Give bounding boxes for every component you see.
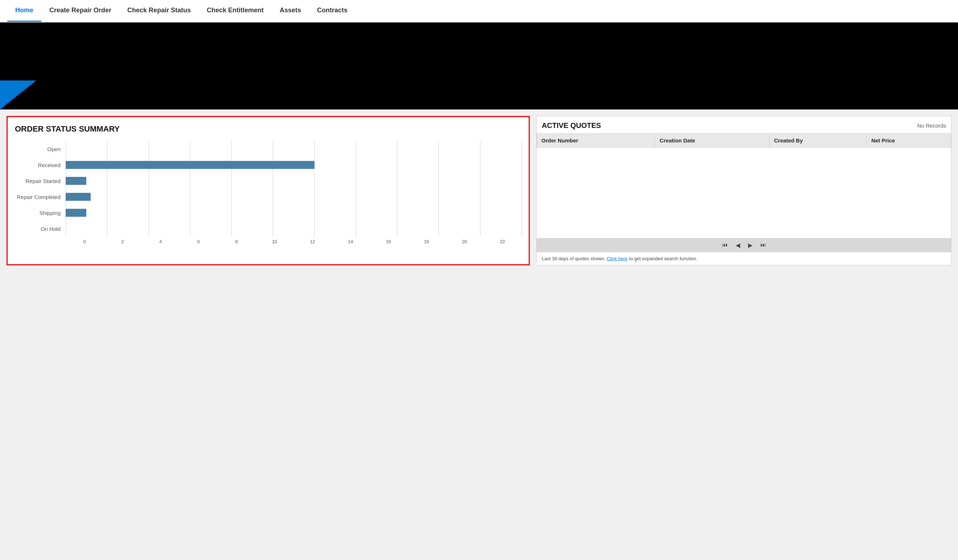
x-label-0: 0	[66, 239, 104, 244]
bar-row-on-hold	[66, 221, 522, 237]
chart-label-open: Open	[15, 141, 66, 157]
quotes-pagination: ⏮ ◀ ▶ ⏭	[537, 238, 951, 252]
nav-home[interactable]: Home	[7, 0, 41, 22]
quotes-footer-text-end: to get expanded search function.	[628, 256, 697, 261]
col-created-by: Created By	[769, 134, 867, 147]
chart-label-received: Received	[15, 157, 66, 173]
x-label-2: 2	[104, 239, 142, 244]
bar-row-received	[66, 157, 522, 173]
quotes-header: ACTIVE QUOTES No Records	[537, 116, 951, 133]
x-label-12: 12	[294, 239, 332, 244]
x-label-10: 10	[255, 239, 294, 244]
quotes-empty-body	[537, 147, 951, 238]
no-records-label: No Records	[917, 122, 946, 129]
x-label-8: 8	[217, 239, 255, 244]
quotes-footer-link[interactable]: Click here	[607, 256, 628, 261]
nav-check-repair-status[interactable]: Check Repair Status	[119, 0, 199, 22]
navigation: Home Create Repair Order Check Repair St…	[0, 0, 958, 22]
chart-label-repair-started: Repair Started	[15, 173, 66, 189]
chart-label-repair-completed: Repair Completed	[15, 189, 66, 205]
x-label-4: 4	[142, 239, 180, 244]
bar-row-open	[66, 141, 522, 157]
quotes-footer: Last 30 days of quotes shown. Click here…	[537, 252, 951, 265]
col-order-number: Order Number	[537, 134, 655, 147]
chart-label-on-hold: On Hold	[15, 221, 66, 237]
x-label-6: 6	[179, 239, 217, 244]
page-last-btn[interactable]: ⏭	[758, 241, 768, 249]
nav-create-repair-order[interactable]: Create Repair Order	[41, 0, 119, 22]
bar-row-repair-completed	[66, 189, 522, 205]
x-label-22: 22	[483, 239, 522, 244]
nav-assets[interactable]: Assets	[271, 0, 309, 22]
page-prev-btn[interactable]: ◀	[734, 241, 742, 249]
x-label-14: 14	[331, 239, 370, 244]
nav-contracts[interactable]: Contracts	[309, 0, 355, 22]
chart-label-shipping: Shipping	[15, 205, 66, 221]
quotes-footer-text: Last 30 days of quotes shown.	[542, 256, 607, 261]
page-next-btn[interactable]: ▶	[746, 241, 755, 249]
banner-triangle	[0, 81, 36, 109]
x-label-18: 18	[408, 239, 446, 244]
quotes-table: Order Number Creation Date Created By Ne…	[537, 133, 951, 238]
nav-check-entitlement[interactable]: Check Entitlement	[199, 0, 271, 22]
bar-row-repair-started	[66, 173, 522, 189]
active-quotes-panel: ACTIVE QUOTES No Records Order Number Cr…	[536, 116, 952, 265]
page-first-btn[interactable]: ⏮	[720, 241, 730, 249]
col-creation-date: Creation Date	[655, 134, 770, 147]
x-label-20: 20	[446, 239, 484, 244]
order-status-panel: ORDER STATUS SUMMARY Open Received Repai…	[6, 116, 530, 265]
quotes-title: ACTIVE QUOTES	[542, 122, 601, 130]
banner	[0, 22, 958, 109]
order-status-title: ORDER STATUS SUMMARY	[15, 124, 522, 134]
col-net-price: Net Price	[867, 134, 951, 147]
bar-row-shipping	[66, 205, 522, 221]
chart-area	[66, 141, 522, 237]
x-label-16: 16	[370, 239, 408, 244]
main-content: ORDER STATUS SUMMARY Open Received Repai…	[0, 109, 958, 272]
